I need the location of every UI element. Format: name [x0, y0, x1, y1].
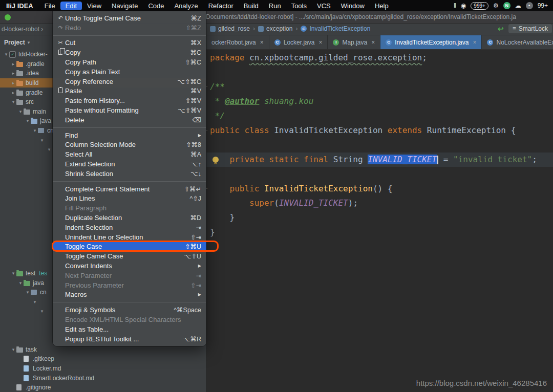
- menu-item-column-selection-mode[interactable]: Column Selection Mode⇧⌘8: [53, 140, 206, 150]
- menu-item-toggle-camel-case[interactable]: Toggle Camel Case⌥⇧U: [53, 251, 206, 261]
- menu-item-delete[interactable]: Delete⌫: [53, 115, 206, 125]
- record-icon[interactable]: ◉: [461, 2, 466, 9]
- chevron-down-icon[interactable]: ▾: [39, 309, 45, 314]
- chevron-right-icon[interactable]: ▸: [10, 80, 16, 85]
- menu-item-paste[interactable]: Paste⌘V: [53, 86, 206, 96]
- menubar-window[interactable]: Window: [336, 2, 370, 10]
- menu-item-macros[interactable]: Macros▶: [53, 290, 206, 300]
- menu-item-copy-path[interactable]: Copy Path⇧⌘C: [53, 57, 206, 67]
- chevron-down-icon[interactable]: ▾: [3, 52, 9, 57]
- traffic-light-green[interactable]: [5, 14, 11, 20]
- code-editor[interactable]: package cn.xpbootcamp.gilded_rose.except…: [206, 50, 553, 392]
- tree-item-locker-md[interactable]: Locker.md: [0, 364, 206, 374]
- menu-item-previous-parameter[interactable]: Previous Parameter⇧⇥: [53, 280, 206, 290]
- menubar-tools[interactable]: Tools: [286, 2, 312, 10]
- menubar-analyze[interactable]: Analyze: [169, 2, 203, 10]
- intention-bulb-icon[interactable]: [212, 157, 219, 163]
- menu-item-paste-from-history[interactable]: Paste from History...⇧⌘V: [53, 96, 206, 105]
- menu-item-duplicate-selection[interactable]: Duplicate Selection⌘D: [53, 213, 206, 223]
- close-icon[interactable]: ×: [260, 39, 264, 46]
- menubar-help[interactable]: Help: [370, 2, 394, 10]
- menubar-build[interactable]: Build: [239, 2, 264, 10]
- close-icon[interactable]: ×: [371, 39, 375, 46]
- chevron-down-icon[interactable]: ▾: [10, 347, 16, 352]
- menu-item-emoji-symbols[interactable]: Emoji & Symbols^⌘Space: [53, 305, 206, 315]
- menu-item-join-lines[interactable]: Join Lines^⇧J: [53, 194, 206, 204]
- wrench-icon[interactable]: ⚙: [493, 2, 499, 9]
- menu-item-paste-without-formatting[interactable]: Paste without Formatting⌥⇧⌘V: [53, 105, 206, 115]
- chevron-right-icon[interactable]: ▸: [10, 90, 16, 95]
- cloud-icon[interactable]: ☁: [515, 2, 521, 9]
- chevron-right-icon[interactable]: ▸: [10, 71, 16, 76]
- chevron-down-icon[interactable]: ▾: [39, 138, 45, 143]
- menu-item-redo[interactable]: ↷Redo⇧⌘Z: [53, 23, 206, 33]
- menubar-refactor[interactable]: Refactor: [203, 2, 239, 10]
- notification-badge-999[interactable]: 999+: [471, 2, 488, 10]
- menu-item-complete-current-statement[interactable]: Complete Current Statement⇧⌘↵: [53, 184, 206, 194]
- chevron-down-icon[interactable]: ▾: [32, 128, 38, 133]
- menubar-view[interactable]: View: [82, 2, 107, 10]
- chevron-right-icon[interactable]: ▸: [10, 61, 16, 67]
- chevron-down-icon[interactable]: ▾: [28, 40, 30, 45]
- tab-map-java[interactable]: IMap.java×: [328, 35, 380, 49]
- menubar-edit[interactable]: Edit: [60, 2, 82, 10]
- menu-item-popup-restful-toolkit[interactable]: Popup RESTful Toolkit ...⌥⌘R: [53, 334, 206, 344]
- menu-item-shrink-selection[interactable]: Shrink Selection⌥↓: [53, 169, 206, 179]
- menu-item-encode-xml-html-special-characters[interactable]: Encode XML/HTML Special Characters: [53, 315, 206, 324]
- tree-item-gitignore[interactable]: .gitignore: [0, 383, 206, 392]
- menubar-status: ‖◉999+⚙N☁•99+: [454, 2, 553, 10]
- tab-ockerrobot-java[interactable]: ockerRobot.java×: [206, 35, 269, 49]
- tab-invalidticketexception-java[interactable]: CInvalidTicketException.java×: [380, 35, 482, 49]
- chevron-down-icon[interactable]: ▾: [10, 99, 16, 104]
- chevron-down-icon[interactable]: ▾: [17, 280, 24, 286]
- menu-item-copy[interactable]: Copy⌘C: [53, 48, 206, 57]
- smartlock-chip[interactable]: ≡ SmartLock: [508, 24, 552, 33]
- fold-marker-icon[interactable]: −: [206, 182, 209, 196]
- breadcrumb-exception[interactable]: exception: [258, 25, 292, 32]
- tab-nolockeravailableexception[interactable]: CNoLockerAvailableException..: [482, 35, 553, 49]
- menu-item-fill-paragraph[interactable]: Fill Paragraph: [53, 203, 206, 213]
- menu-item-convert-indents[interactable]: Convert Indents▶: [53, 261, 206, 271]
- tree-item-gitkeep[interactable]: .gitkeep: [0, 354, 206, 364]
- close-icon[interactable]: ×: [473, 39, 476, 46]
- menubar-navigate[interactable]: Navigate: [107, 2, 143, 10]
- menu-item-find[interactable]: Find▶: [53, 130, 206, 140]
- tab-locker-java[interactable]: CLocker.java×: [269, 35, 328, 49]
- back-arrow-icon[interactable]: ↩: [498, 25, 504, 33]
- chevron-down-icon[interactable]: ▾: [17, 109, 24, 114]
- menu-item-edit-as-table[interactable]: Edit as Table...: [53, 324, 206, 334]
- menu-item-extend-selection[interactable]: Extend Selection⌥↑: [53, 159, 206, 169]
- menu-item-cut[interactable]: ✂Cut⌘X: [53, 38, 206, 48]
- menu-item-indent-selection[interactable]: Indent Selection⇥: [53, 223, 206, 232]
- menu-item-undo-toggle-camel-case[interactable]: ↶Undo Toggle Camel Case⌘Z: [53, 13, 206, 23]
- code-token: "invalid ticket": [453, 155, 532, 164]
- menu-item-select-all[interactable]: Select All⌘A: [53, 149, 206, 159]
- count-badge-99[interactable]: 99+: [538, 2, 548, 9]
- pause-icon[interactable]: ‖: [454, 2, 456, 9]
- chevron-down-icon[interactable]: ▾: [25, 290, 31, 295]
- app-menu-title[interactable]: IliJ IDEA: [0, 2, 39, 10]
- menubar-code[interactable]: Code: [143, 2, 169, 10]
- chevron-down-icon[interactable]: ▾: [32, 299, 38, 304]
- menu-item-unindent-line-or-selection[interactable]: Unindent Line or Selection⇧⇥: [53, 232, 206, 242]
- close-icon[interactable]: ×: [318, 39, 322, 46]
- menu-item-toggle-case[interactable]: Toggle Case⇧⌘U: [53, 242, 206, 252]
- menu-item-next-parameter[interactable]: Next Parameter⇥: [53, 271, 206, 280]
- breadcrumb-invalidticketexception[interactable]: CInvalidTicketException: [301, 25, 370, 32]
- breadcrumb-gilded-rose[interactable]: gilded_rose: [210, 25, 250, 32]
- tree-item-smartlockerrobot-md[interactable]: SmartLockerRobot.md: [0, 373, 206, 383]
- tree-item-task[interactable]: ▾task: [0, 344, 206, 354]
- fold-marker-icon[interactable]: −: [206, 123, 209, 138]
- chevron-down-icon[interactable]: ▾: [25, 118, 31, 123]
- chevron-down-icon[interactable]: ▾: [46, 147, 52, 152]
- n-circle-icon[interactable]: N: [503, 2, 511, 9]
- chevron-down-icon[interactable]: ▾: [10, 271, 16, 276]
- menubar-file[interactable]: File: [39, 2, 60, 10]
- menubar-run[interactable]: Run: [264, 2, 286, 10]
- fold-marker-icon[interactable]: −: [206, 80, 209, 94]
- chat-icon[interactable]: •: [526, 2, 533, 9]
- breadcrumb-left-fragment[interactable]: d-locker-robot ›: [2, 26, 43, 33]
- menu-item-copy-as-plain-text[interactable]: Copy as Plain Text: [53, 67, 206, 77]
- menu-item-copy-reference[interactable]: Copy Reference⌥⇧⌘C: [53, 77, 206, 86]
- menubar-vcs[interactable]: VCS: [312, 2, 336, 10]
